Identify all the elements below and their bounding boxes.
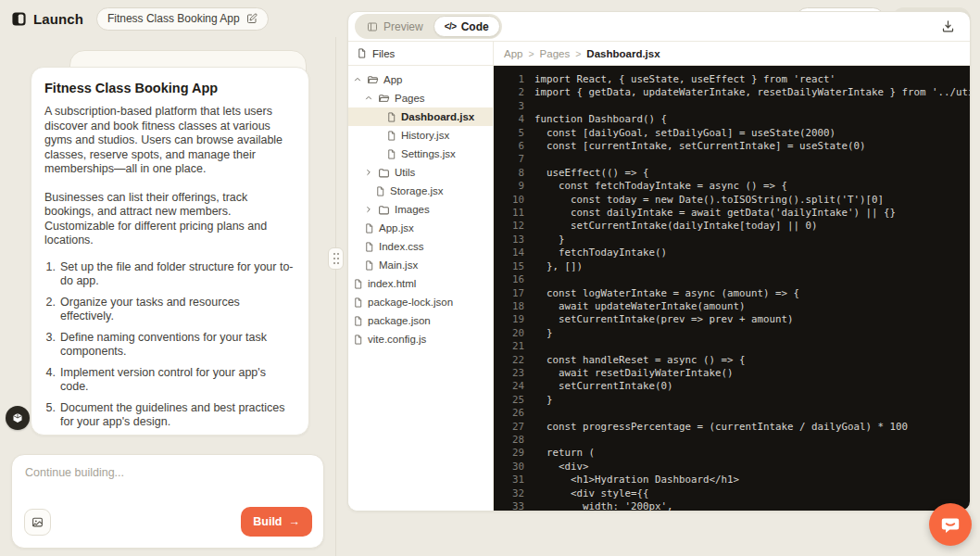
caret-collapsed-icon[interactable] <box>364 205 373 214</box>
tree-item-label: Storage.jsx <box>390 185 444 196</box>
tree-file-main-jsx[interactable]: Main.jsx <box>348 256 493 274</box>
line-number: 11 <box>494 207 524 220</box>
tree-item-label: Images <box>395 204 430 215</box>
chat-input-card: Build → <box>11 454 324 549</box>
code-line: 17 const logWaterIntake = async (amount)… <box>494 287 970 300</box>
code-tab-label: Code <box>461 20 489 33</box>
tree-item-label: package-lock.json <box>368 297 453 308</box>
tree-file-dashboard-jsx[interactable]: Dashboard.jsx <box>348 107 493 126</box>
tree-file-package-lock-json[interactable]: package-lock.json <box>348 293 493 311</box>
code-line: 32 <div style={{ <box>494 487 970 500</box>
caret-collapsed-icon[interactable] <box>364 168 373 177</box>
tree-file-package-json[interactable]: package.json <box>348 311 493 330</box>
line-number: 8 <box>494 167 524 180</box>
tree-item-label: vite.config.js <box>368 334 426 345</box>
help-chat-bubble[interactable] <box>929 503 972 546</box>
tree-file-vite-config-js[interactable]: vite.config.js <box>348 330 493 348</box>
breadcrumb-item[interactable]: App <box>504 48 522 59</box>
line-number: 23 <box>494 367 524 380</box>
project-chip-label: Fitness Class Booking App <box>107 12 240 25</box>
code-line: 3 <box>494 100 970 113</box>
description-paragraph: Businesses can list their offerings, tra… <box>44 191 295 248</box>
code-text: function Dashboard() { <box>534 113 667 126</box>
file-icon <box>364 223 374 234</box>
code-text: } <box>534 327 553 340</box>
code-line: 33 width: '200px', <box>494 500 970 511</box>
code-text: } <box>534 394 553 407</box>
tree-file-storage-jsx[interactable]: Storage.jsx <box>348 182 493 200</box>
line-number: 17 <box>494 287 524 300</box>
tree-file-index-css[interactable]: Index.css <box>348 237 493 256</box>
code-text: await resetDailyWaterIntake() <box>534 367 734 380</box>
panel-resize-handle[interactable] <box>328 247 344 270</box>
card-paragraphs: A subscription-based platform that lets … <box>44 105 295 248</box>
tree-item-label: package.json <box>368 315 431 326</box>
task-number: 4. <box>44 366 60 395</box>
breadcrumb-item[interactable]: Dashboard.jsx <box>586 48 660 59</box>
attach-image-button[interactable] <box>24 509 51 536</box>
file-icon <box>353 279 363 289</box>
file-explorer: Files AppPagesDashboard.jsxHistory.jsxSe… <box>348 42 494 511</box>
code-text: width: '200px', <box>534 500 673 511</box>
tab-preview[interactable]: Preview <box>357 20 433 33</box>
tree-item-label: index.html <box>368 278 416 289</box>
project-name-chip[interactable]: Fitness Class Booking App <box>96 7 269 31</box>
code-line: 5 const [dailyGoal, setDailyGoal] = useS… <box>494 127 970 140</box>
code-line: 4function Dashboard() { <box>494 113 970 126</box>
build-button[interactable]: Build → <box>241 507 312 537</box>
workspace-card: Preview </> Code Files AppPagesDashboard… <box>347 11 971 512</box>
file-icon <box>364 260 374 271</box>
task-number: 2. <box>44 296 60 324</box>
code-line: 9 const fetchTodayIntake = async () => { <box>494 180 970 193</box>
task-number: 3. <box>44 331 60 360</box>
task-list-item: 3.Define naming conventions for your tas… <box>44 331 295 360</box>
assistant-avatar-badge <box>6 406 30 430</box>
panel-divider <box>335 37 336 556</box>
breadcrumb-item[interactable]: Pages <box>540 48 571 59</box>
tab-code[interactable]: </> Code <box>433 16 500 37</box>
breadcrumb-separator: > <box>575 48 581 59</box>
tree-item-label: Pages <box>395 93 425 104</box>
code-text: const today = new Date().toISOString().s… <box>534 194 884 207</box>
code-editor[interactable]: 1import React, { useState, useEffect } f… <box>494 66 970 511</box>
tree-file-index-html[interactable]: index.html <box>348 274 493 293</box>
chat-input[interactable] <box>25 466 310 503</box>
line-number: 13 <box>494 234 524 246</box>
brand-name: Launch <box>33 11 83 27</box>
code-line: 1import React, { useState, useEffect } f… <box>494 73 970 86</box>
code-line: 8 useEffect(() => { <box>494 167 970 180</box>
caret-expanded-icon[interactable] <box>353 75 362 84</box>
task-text: Define naming conventions for your task … <box>60 331 295 360</box>
code-line: 30 <div> <box>494 461 970 474</box>
code-text: const progressPercentage = (currentIntak… <box>534 421 908 434</box>
line-number: 19 <box>494 313 524 326</box>
preview-tab-label: Preview <box>383 20 423 33</box>
code-line: 24 setCurrentIntake(0) <box>494 380 970 393</box>
caret-expanded-icon[interactable] <box>364 94 373 103</box>
code-line: 27 const progressPercentage = (currentIn… <box>494 421 970 434</box>
tree-item-label: Dashboard.jsx <box>401 111 474 122</box>
tree-file-app-jsx[interactable]: App.jsx <box>348 219 493 237</box>
folder-icon <box>378 204 390 216</box>
cube-icon <box>12 412 23 423</box>
code-text: const dailyIntake = await getData('daily… <box>534 207 896 220</box>
tree-folder-images[interactable]: Images <box>348 200 493 219</box>
tree-file-settings-jsx[interactable]: Settings.jsx <box>348 145 493 163</box>
tree-folder-utils[interactable]: Utils <box>348 163 493 182</box>
code-text: useEffect(() => { <box>534 167 649 180</box>
code-line: 20 } <box>494 327 970 340</box>
assistant-message-card: Fitness Class Booking App A subscription… <box>31 67 309 436</box>
code-line: 22 const handleReset = async () => { <box>494 354 970 367</box>
line-number: 24 <box>494 380 524 393</box>
file-icon <box>364 242 374 252</box>
line-number: 1 <box>494 73 524 86</box>
code-text: setCurrentIntake(0) <box>534 380 673 393</box>
tree-file-history-jsx[interactable]: History.jsx <box>348 126 493 145</box>
download-button[interactable] <box>939 18 957 35</box>
code-text: await updateWaterIntake(amount) <box>534 300 746 313</box>
code-text: const logWaterIntake = async (amount) =>… <box>534 287 799 300</box>
tree-folder-pages[interactable]: Pages <box>348 89 493 107</box>
tree-folder-app[interactable]: App <box>348 70 493 89</box>
task-text: Implement version control for your app's… <box>60 366 295 395</box>
code-text: const [currentIntake, setCurrentIntake] … <box>534 140 866 153</box>
